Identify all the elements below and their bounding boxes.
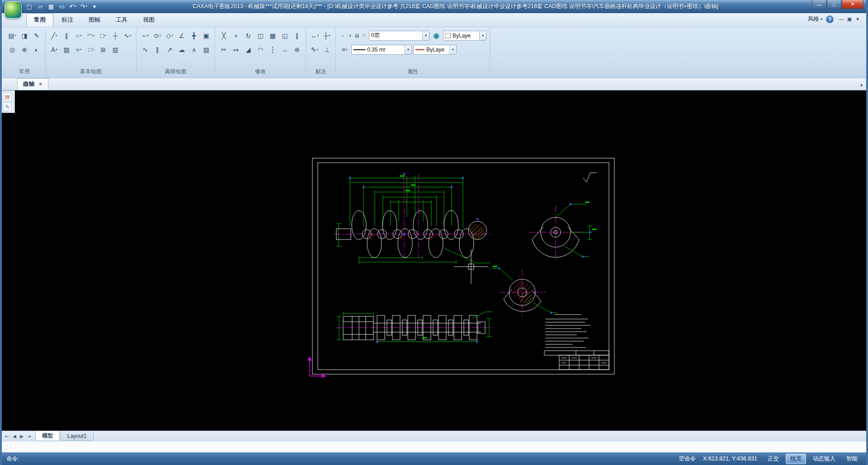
- fillet-icon[interactable]: ◠: [255, 44, 266, 55]
- circle-icon[interactable]: ○▾: [73, 30, 84, 41]
- document-close-icon[interactable]: ✕: [38, 81, 42, 87]
- break-icon[interactable]: ┆: [267, 44, 278, 55]
- spline-icon[interactable]: ≈▾: [73, 44, 84, 55]
- undo-icon[interactable]: ↶▾: [68, 2, 78, 11]
- arc-icon[interactable]: ◠▾: [85, 30, 96, 41]
- redraw-icon[interactable]: ◐: [31, 44, 42, 55]
- text-icon[interactable]: A▾: [49, 44, 60, 55]
- table-icon[interactable]: ▥: [110, 44, 121, 55]
- block-icon[interactable]: ⊞: [98, 44, 108, 55]
- save-icon[interactable]: ▦: [46, 2, 56, 11]
- ribbon-window-icon[interactable]: ▣: [845, 16, 854, 23]
- ole-object-icon[interactable]: ▣: [201, 30, 212, 41]
- erase-icon[interactable]: ╳: [218, 30, 229, 41]
- copy-icon[interactable]: ◨: [19, 30, 30, 41]
- crosshair-cursor: [454, 249, 488, 284]
- linetype-select[interactable]: ByLaye▾: [413, 45, 457, 55]
- toggle-smart-snap[interactable]: 智能: [842, 454, 862, 464]
- new-file-icon[interactable]: ▢: [24, 2, 34, 11]
- toggle-dynamic-input[interactable]: 动态输入: [809, 454, 840, 464]
- toggle-ortho[interactable]: 正交: [764, 454, 783, 464]
- layer-freeze-icon[interactable]: ◑: [346, 32, 353, 39]
- tab-list-chevron-icon[interactable]: ▾: [860, 83, 863, 88]
- format-painter-icon[interactable]: ✎: [31, 30, 42, 41]
- maximize-button[interactable]: □: [827, 0, 841, 9]
- extend-icon[interactable]: ↦: [231, 44, 241, 55]
- command-input-area[interactable]: [2, 441, 866, 452]
- polygon-icon[interactable]: ◇▾: [164, 30, 175, 41]
- minimize-button[interactable]: —: [812, 0, 826, 9]
- qat-menu-icon[interactable]: ▾: [90, 2, 99, 11]
- layer-on-icon[interactable]: ☼: [339, 32, 346, 39]
- centerline-icon[interactable]: ┼: [110, 30, 121, 41]
- linewidth-select[interactable]: 0.35 mr▾: [351, 45, 412, 55]
- color-picker-icon[interactable]: ◉: [431, 30, 442, 41]
- stretch-icon[interactable]: ↔: [279, 44, 290, 55]
- offset-icon[interactable]: ∥: [292, 30, 302, 41]
- dimension-icon[interactable]: ↔▾: [309, 30, 320, 41]
- prev-sheet-icon[interactable]: ◀: [11, 432, 18, 440]
- ellipse-icon[interactable]: ⊙▾: [152, 30, 163, 41]
- document-tab-quzhou[interactable]: 曲轴 ✕: [17, 78, 48, 90]
- rectangle-icon[interactable]: □▾: [98, 30, 108, 41]
- group-label: 属性: [339, 67, 486, 78]
- explode-icon[interactable]: ⊛: [292, 44, 302, 55]
- style-dropdown[interactable]: 风格▾: [808, 15, 822, 23]
- toggle-linewidth[interactable]: 线宽: [786, 454, 806, 464]
- move-icon[interactable]: +: [231, 30, 241, 41]
- rotate-icon[interactable]: ↻: [243, 30, 254, 41]
- polyline-icon[interactable]: ∿▾: [122, 30, 133, 41]
- help-icon[interactable]: ?: [826, 15, 834, 23]
- hatch-icon[interactable]: ▨: [61, 44, 72, 55]
- wave-line-icon[interactable]: ∿: [140, 44, 151, 55]
- datum-icon[interactable]: ⊥: [321, 44, 332, 55]
- tab-sheet[interactable]: 图幅: [81, 14, 108, 27]
- title-block: [544, 351, 609, 370]
- redo-icon[interactable]: ↷▾: [79, 2, 89, 11]
- sheet-tab-layout1[interactable]: Layout1: [61, 432, 94, 441]
- revision-cloud-icon[interactable]: ☁: [176, 44, 187, 55]
- coordinate-dim-icon[interactable]: ┼▾: [321, 30, 332, 41]
- chamfer-icon[interactable]: ◢: [243, 44, 254, 55]
- scale-icon[interactable]: ◱: [279, 30, 290, 41]
- sheet-tab-model[interactable]: 模型: [35, 431, 60, 441]
- next-sheet-icon[interactable]: ▶: [18, 432, 25, 440]
- linetype-manager-icon[interactable]: ≡▾: [339, 44, 350, 55]
- layer-plot-icon[interactable]: □: [361, 32, 368, 39]
- spline-curve-icon[interactable]: ∼▾: [140, 30, 151, 41]
- pan-icon[interactable]: ⊕: [19, 44, 30, 55]
- axis-icon[interactable]: ╋: [189, 30, 199, 41]
- tab-view[interactable]: 视图: [136, 14, 162, 27]
- close-button[interactable]: ✕: [842, 0, 863, 9]
- palette-library-icon[interactable]: ✎: [3, 102, 12, 111]
- adv-hatch-icon[interactable]: ▧: [201, 44, 212, 55]
- app-logo-icon[interactable]: [5, 1, 22, 19]
- tab-tools[interactable]: 工具: [108, 14, 135, 27]
- point-icon[interactable]: ∷▾: [85, 44, 96, 55]
- tab-annotation[interactable]: 标注: [54, 14, 80, 27]
- line-icon[interactable]: ╱▾: [49, 30, 60, 41]
- drawing-canvas[interactable]: ▤✎: [2, 90, 866, 431]
- arrow-icon[interactable]: ↗: [164, 44, 175, 55]
- angle-line-icon[interactable]: ∠: [176, 30, 187, 41]
- zoom-icon[interactable]: ◎: [7, 44, 18, 55]
- parallel-line-icon[interactable]: ∥: [61, 30, 72, 41]
- palette-properties-icon[interactable]: ▤: [3, 92, 12, 101]
- layer-lock-icon[interactable]: ▤: [354, 32, 360, 39]
- zigzag-icon[interactable]: ∧: [189, 44, 199, 55]
- first-sheet-icon[interactable]: ⇤: [4, 432, 11, 440]
- open-file-icon[interactable]: ▱: [35, 2, 45, 11]
- print-icon[interactable]: ▭: [57, 2, 67, 11]
- mirror-icon[interactable]: ◫: [255, 30, 266, 41]
- array-icon[interactable]: ▦: [267, 30, 278, 41]
- color-select[interactable]: ByLaye▾: [443, 31, 486, 41]
- last-sheet-icon[interactable]: ⇥: [25, 432, 33, 440]
- dim-style-icon[interactable]: ✎▾: [309, 44, 320, 55]
- ribbon-options-icon[interactable]: ▾: [854, 16, 862, 23]
- trim-icon[interactable]: ✂: [218, 44, 229, 55]
- paste-icon[interactable]: ▤▾: [7, 30, 18, 41]
- ribbon-minimize-icon[interactable]: —: [837, 15, 845, 23]
- layer-select[interactable]: 0层▾: [369, 31, 429, 41]
- tab-common[interactable]: 常用: [26, 13, 53, 27]
- double-line-icon[interactable]: ∥: [152, 44, 163, 55]
